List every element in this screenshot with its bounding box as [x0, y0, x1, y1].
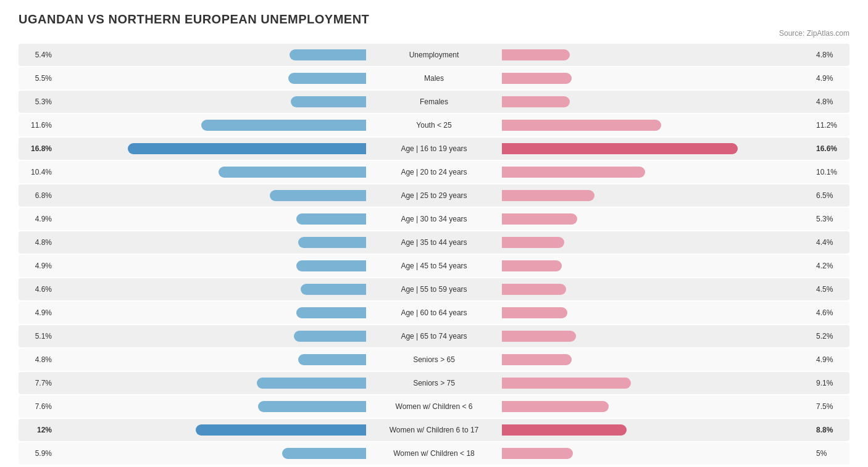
ugandan-bar [219, 167, 366, 178]
northern-european-bar [502, 143, 738, 154]
bars-container: Age | 20 to 24 years [56, 161, 812, 183]
right-value: 16.6% [812, 144, 849, 153]
left-bar-wrap [56, 72, 366, 85]
row-label: Youth < 25 [366, 121, 502, 130]
northern-european-bar [502, 120, 661, 131]
bars-container: Unemployment [56, 44, 812, 66]
ugandan-bar [290, 49, 366, 60]
right-bar-wrap [502, 423, 812, 437]
ugandan-bar [296, 213, 366, 225]
ugandan-bar [196, 424, 366, 436]
right-value: 7.5% [812, 402, 849, 411]
northern-european-bar [502, 190, 595, 201]
right-value: 6.5% [812, 191, 849, 200]
left-bar-wrap [56, 236, 366, 249]
right-bar-wrap [502, 447, 812, 460]
left-bar-wrap [56, 283, 366, 296]
right-value: 4.8% [812, 51, 849, 59]
ugandan-bar [294, 331, 366, 342]
right-bar-wrap [502, 212, 812, 226]
left-value: 4.8% [19, 355, 56, 364]
right-value: 5.2% [812, 332, 849, 341]
left-value: 6.8% [19, 191, 56, 200]
row-label: Age | 60 to 64 years [366, 308, 502, 317]
chart-row: 5.1%Age | 65 to 74 years5.2% [19, 325, 849, 347]
row-label: Seniors > 75 [366, 379, 502, 387]
source-label: Source: ZipAtlas.com [19, 29, 849, 38]
northern-european-bar [502, 401, 609, 412]
row-label: Age | 55 to 59 years [366, 285, 502, 294]
row-label: Females [366, 97, 502, 106]
right-value: 10.1% [812, 168, 849, 176]
left-value: 12% [19, 426, 56, 434]
left-value: 5.1% [19, 332, 56, 341]
bars-container: Age | 16 to 19 years [56, 138, 812, 160]
bars-container: Males [56, 67, 812, 89]
right-value: 8.8% [812, 426, 849, 434]
right-bar-wrap [502, 236, 812, 249]
chart-row: 4.9%Age | 30 to 34 years5.3% [19, 208, 849, 230]
ugandan-bar [296, 260, 366, 271]
bars-container: Age | 25 to 29 years [56, 184, 812, 207]
ugandan-bar [282, 448, 366, 459]
bars-container: Age | 55 to 59 years [56, 278, 812, 300]
left-bar-wrap [56, 447, 366, 460]
right-value: 4.2% [812, 262, 849, 270]
bars-container: Women w/ Children < 18 [56, 442, 812, 465]
northern-european-bar [502, 49, 570, 60]
northern-european-bar [502, 448, 573, 459]
right-bar-wrap [502, 376, 812, 390]
row-label: Males [366, 74, 502, 83]
chart-row: 10.4%Age | 20 to 24 years10.1% [19, 161, 849, 183]
chart-row: 7.7%Seniors > 759.1% [19, 372, 849, 394]
chart-row: 5.5%Males4.9% [19, 67, 849, 89]
left-value: 11.6% [19, 121, 56, 130]
bars-container: Age | 60 to 64 years [56, 302, 812, 324]
right-bar-wrap [502, 72, 812, 85]
right-value: 4.9% [812, 74, 849, 83]
left-bar-wrap [56, 118, 366, 132]
row-label: Age | 35 to 44 years [366, 238, 502, 247]
northern-european-bar [502, 331, 576, 342]
ugandan-bar [258, 401, 366, 412]
right-value: 4.9% [812, 355, 849, 364]
bars-container: Women w/ Children 6 to 17 [56, 419, 812, 441]
bars-container: Age | 65 to 74 years [56, 325, 812, 347]
left-bar-wrap [56, 165, 366, 179]
left-bar-wrap [56, 306, 366, 320]
bars-container: Age | 35 to 44 years [56, 231, 812, 254]
right-bar-wrap [502, 95, 812, 109]
right-bar-wrap [502, 48, 812, 62]
ugandan-bar [301, 284, 366, 295]
left-bar-wrap [56, 95, 366, 109]
ugandan-bar [298, 237, 366, 248]
chart-row: 5.9%Women w/ Children < 185% [19, 442, 849, 465]
northern-european-bar [502, 378, 631, 389]
chart-row: 7.6%Women w/ Children < 67.5% [19, 395, 849, 418]
left-bar-wrap [56, 423, 366, 437]
left-value: 5.4% [19, 51, 56, 59]
left-value: 7.7% [19, 379, 56, 387]
ugandan-bar [296, 307, 366, 318]
left-value: 7.6% [19, 402, 56, 411]
right-value: 4.6% [812, 308, 849, 317]
ugandan-bar [128, 143, 366, 154]
chart-row: 4.9%Age | 45 to 54 years4.2% [19, 255, 849, 277]
row-label: Age | 16 to 19 years [366, 144, 502, 153]
chart-row: 4.6%Age | 55 to 59 years4.5% [19, 278, 849, 300]
row-label: Seniors > 65 [366, 355, 502, 364]
right-value: 11.2% [812, 121, 849, 130]
left-value: 5.9% [19, 449, 56, 458]
left-value: 10.4% [19, 168, 56, 176]
right-value: 4.4% [812, 238, 849, 247]
bars-container: Females [56, 91, 812, 113]
right-value: 5% [812, 449, 849, 458]
right-value: 5.3% [812, 215, 849, 223]
left-bar-wrap [56, 259, 366, 273]
northern-european-bar [502, 96, 570, 107]
left-bar-wrap [56, 376, 366, 390]
right-bar-wrap [502, 400, 812, 413]
chart-row: 4.9%Age | 60 to 64 years4.6% [19, 302, 849, 324]
left-bar-wrap [56, 353, 366, 366]
left-value: 4.9% [19, 308, 56, 317]
